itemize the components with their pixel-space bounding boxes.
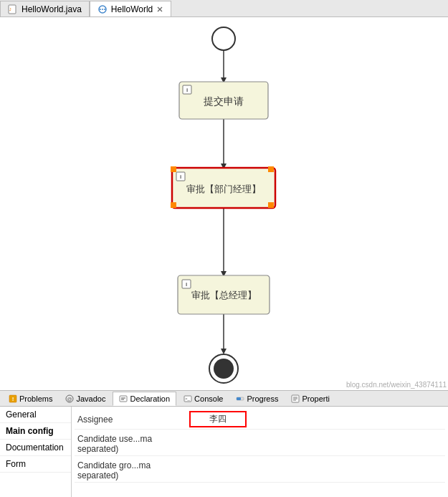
left-item-general[interactable]: General bbox=[0, 407, 71, 423]
svg-text:审批【部门经理】: 审批【部门经理】 bbox=[186, 184, 261, 194]
bottom-tab-bar: ! Problems @ Javadoc Declaration >_ bbox=[0, 391, 448, 407]
property-row-candidate-users: Candidate use...ma separated) bbox=[75, 432, 445, 456]
java-file-icon: J bbox=[8, 4, 18, 14]
tab-progress[interactable]: Progress bbox=[230, 392, 284, 406]
tab-problems[interactable]: ! Problems bbox=[3, 392, 58, 406]
svg-marker-15 bbox=[221, 349, 227, 354]
svg-point-4 bbox=[102, 9, 103, 10]
assignee-value[interactable]: 李四 bbox=[189, 411, 247, 427]
left-item-form[interactable]: Form bbox=[0, 456, 71, 473]
svg-text:i: i bbox=[186, 281, 187, 288]
svg-rect-22 bbox=[171, 166, 176, 172]
tab-console[interactable]: >_ Console bbox=[178, 392, 229, 406]
tab-helloworldjava-label: HelloWorld.java bbox=[22, 4, 82, 14]
svg-rect-23 bbox=[268, 166, 274, 172]
svg-text:>_: >_ bbox=[185, 397, 191, 401]
svg-point-5 bbox=[104, 9, 105, 10]
tab-progress-label: Progress bbox=[247, 394, 278, 403]
svg-text:i: i bbox=[186, 87, 188, 93]
javadoc-icon: @ bbox=[65, 394, 74, 403]
console-icon: >_ bbox=[184, 394, 192, 403]
svg-text:!: ! bbox=[12, 396, 14, 402]
left-item-mainconfig[interactable]: Main config bbox=[0, 423, 71, 440]
tab-helloworld-label: HelloWorld bbox=[111, 4, 153, 14]
tab-problems-label: Problems bbox=[19, 394, 52, 403]
tab-declaration-label: Declaration bbox=[130, 394, 170, 403]
svg-rect-39 bbox=[120, 396, 127, 402]
assignee-label: Assignee bbox=[75, 415, 189, 425]
watermark: blog.csdn.net/weixin_43874111 bbox=[346, 381, 447, 389]
candidate-groups-label: Candidate gro...ma separated) bbox=[75, 460, 189, 481]
progress-icon bbox=[236, 394, 244, 403]
svg-point-3 bbox=[100, 9, 101, 10]
svg-rect-24 bbox=[171, 202, 176, 208]
svg-text:提交申请: 提交申请 bbox=[204, 96, 244, 107]
svg-point-16 bbox=[212, 27, 235, 50]
tab-javadoc[interactable]: @ Javadoc bbox=[59, 392, 111, 406]
svg-text:@: @ bbox=[67, 397, 72, 402]
candidate-users-value[interactable] bbox=[189, 442, 445, 445]
svg-text:审批【总经理】: 审批【总经理】 bbox=[191, 290, 257, 300]
bottom-panel: ! Problems @ Javadoc Declaration >_ bbox=[0, 390, 448, 497]
tab-declaration[interactable]: Declaration bbox=[113, 392, 176, 406]
left-item-documentation[interactable]: Documentation bbox=[0, 440, 71, 456]
warning-icon: ! bbox=[9, 394, 17, 403]
properties-icon bbox=[291, 394, 300, 403]
bottom-content: General Main config Documentation Form A… bbox=[0, 407, 448, 497]
diagram-area[interactable]: i 提交申请 i 审批【部门经理】 i 审批【总经理】 blog.csdn.ne… bbox=[0, 17, 448, 390]
property-row-assignee: Assignee 李四 bbox=[75, 410, 445, 430]
tab-console-label: Console bbox=[194, 394, 223, 403]
svg-rect-45 bbox=[237, 397, 241, 400]
svg-text:i: i bbox=[180, 174, 181, 180]
tab-helloworldjava[interactable]: J HelloWorld.java bbox=[0, 1, 90, 16]
tab-javadoc-label: Javadoc bbox=[76, 394, 105, 403]
tab-properties[interactable]: Properti bbox=[285, 392, 335, 406]
declaration-icon bbox=[119, 394, 128, 403]
close-icon[interactable] bbox=[156, 6, 163, 13]
tab-properties-label: Properti bbox=[302, 394, 330, 403]
property-row-candidate-groups: Candidate gro...ma separated) bbox=[75, 459, 445, 483]
left-panel: General Main config Documentation Form bbox=[0, 407, 72, 497]
right-panel: Assignee 李四 Candidate use...ma separated… bbox=[72, 407, 448, 497]
diagram-icon bbox=[97, 4, 108, 14]
candidate-groups-value[interactable] bbox=[189, 469, 445, 472]
svg-point-34 bbox=[214, 359, 234, 379]
tab-helloworld[interactable]: HelloWorld bbox=[90, 1, 171, 16]
tab-bar: J HelloWorld.java HelloWorld bbox=[0, 0, 448, 17]
candidate-users-label: Candidate use...ma separated) bbox=[75, 434, 189, 454]
svg-rect-25 bbox=[268, 202, 274, 208]
workflow-diagram: i 提交申请 i 审批【部门经理】 i 审批【总经理】 bbox=[0, 17, 448, 390]
